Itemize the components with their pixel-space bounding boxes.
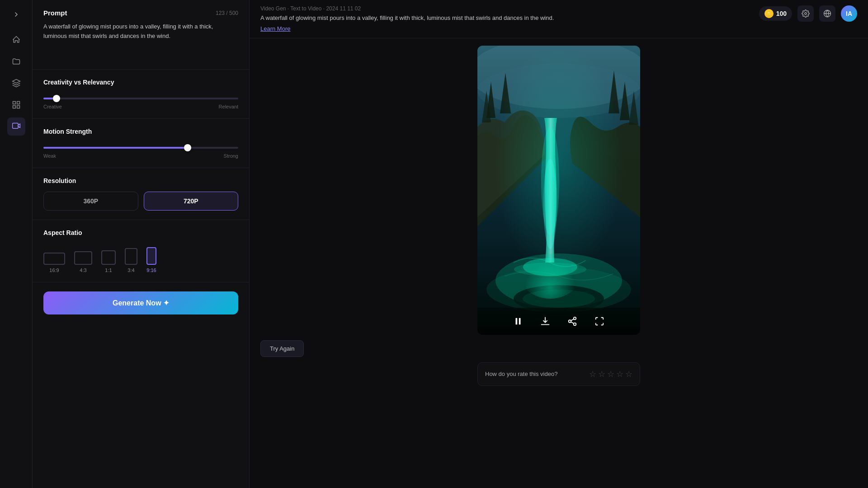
- aspect-box-3-4: [125, 248, 137, 265]
- aspect-1-1[interactable]: 1:1: [101, 250, 116, 273]
- fullscreen-button[interactable]: [591, 313, 608, 329]
- video-preview: [477, 46, 640, 335]
- sidebar-toggle[interactable]: [7, 5, 25, 23]
- star-rating: ☆ ☆ ☆ ☆ ☆: [589, 369, 632, 379]
- creativity-slider[interactable]: [43, 98, 238, 99]
- svg-rect-2: [13, 106, 15, 108]
- settings-button[interactable]: [797, 5, 814, 22]
- svg-rect-22: [519, 318, 521, 324]
- aspect-box-9-16: [146, 247, 156, 265]
- video-container: [477, 46, 640, 335]
- motion-right-label: Strong: [224, 153, 238, 159]
- svg-point-5: [805, 13, 807, 15]
- svg-rect-0: [13, 102, 15, 104]
- aspect-ratio-title: Aspect Ratio: [43, 229, 238, 236]
- resolution-buttons: 360P 720P: [43, 192, 238, 211]
- star-5[interactable]: ☆: [625, 369, 632, 379]
- sidebar-item-grid[interactable]: [7, 96, 25, 114]
- video-controls: [477, 308, 640, 335]
- pause-button[interactable]: [510, 313, 526, 329]
- aspect-label-3-4: 3:4: [127, 267, 134, 273]
- user-avatar[interactable]: IA: [841, 5, 857, 22]
- top-right-icons: 🪙 100 IA: [759, 5, 857, 22]
- star-3[interactable]: ☆: [607, 369, 614, 379]
- breadcrumb: Video Gen · Text to Video · 2024 11 11 0…: [260, 5, 752, 12]
- creativity-section: Creativity vs Relevancy Creative Relevan…: [33, 70, 249, 119]
- star-4[interactable]: ☆: [616, 369, 623, 379]
- right-area: Video Gen · Text to Video · 2024 11 11 0…: [250, 0, 868, 488]
- aspect-3-4[interactable]: 3:4: [125, 248, 137, 273]
- svg-rect-4: [12, 123, 18, 129]
- svg-point-25: [574, 323, 576, 325]
- sidebar-item-home[interactable]: [7, 31, 25, 49]
- aspect-box-16-9: [43, 253, 65, 265]
- prompt-header: Prompt 123 / 500: [43, 9, 238, 17]
- aspect-label-9-16: 9:16: [146, 267, 156, 273]
- top-bar-content: Video Gen · Text to Video · 2024 11 11 0…: [260, 5, 752, 33]
- resolution-section: Resolution 360P 720P: [33, 168, 249, 220]
- top-bar: Video Gen · Text to Video · 2024 11 11 0…: [250, 0, 868, 38]
- sidebar-item-video-gen[interactable]: [7, 117, 25, 136]
- prompt-title: Prompt: [43, 9, 67, 17]
- motion-left-label: Weak: [43, 153, 56, 159]
- prompt-section: Prompt 123 / 500 A waterfall of glowing …: [33, 0, 249, 70]
- aspect-4-3[interactable]: 4:3: [74, 251, 92, 273]
- resolution-360p[interactable]: 360P: [43, 192, 138, 211]
- video-description: A waterfall of glowing mist pours into a…: [260, 14, 752, 23]
- creativity-labels: Creative Relevant: [43, 104, 238, 109]
- share-button[interactable]: [564, 313, 580, 329]
- coin-count: 100: [776, 10, 787, 17]
- aspect-label-1-1: 1:1: [105, 267, 112, 273]
- prompt-count: 123 / 500: [216, 10, 238, 16]
- prompt-textarea[interactable]: A waterfall of glowing mist pours into a…: [43, 22, 238, 58]
- svg-rect-3: [17, 106, 19, 108]
- aspect-label-16-9: 16:9: [49, 267, 59, 273]
- aspect-9-16[interactable]: 9:16: [146, 247, 156, 273]
- generate-section: Generate Now ✦: [33, 282, 249, 324]
- generate-button[interactable]: Generate Now ✦: [43, 291, 238, 314]
- svg-point-23: [574, 317, 576, 319]
- svg-point-24: [569, 320, 571, 323]
- svg-rect-1: [17, 102, 19, 104]
- download-button[interactable]: [537, 313, 553, 329]
- coin-icon: 🪙: [764, 9, 774, 18]
- creativity-title: Creativity vs Relevancy: [43, 79, 238, 86]
- rating-section: How do you rate this video? ☆ ☆ ☆ ☆ ☆: [477, 362, 640, 386]
- resolution-title: Resolution: [43, 177, 238, 184]
- motion-slider[interactable]: [43, 147, 238, 149]
- motion-labels: Weak Strong: [43, 153, 238, 159]
- video-area: Try Again How do you rate this video? ☆ …: [250, 38, 868, 488]
- star-2[interactable]: ☆: [598, 369, 605, 379]
- motion-section: Motion Strength Weak Strong: [33, 119, 249, 168]
- sidebar-item-layers[interactable]: [7, 74, 25, 92]
- sidebar-item-folder[interactable]: [7, 52, 25, 70]
- svg-rect-21: [516, 318, 518, 324]
- coin-badge: 🪙 100: [759, 6, 792, 21]
- learn-more-link[interactable]: Learn More: [260, 25, 290, 32]
- aspect-box-1-1: [101, 250, 116, 265]
- star-1[interactable]: ☆: [589, 369, 596, 379]
- globe-button[interactable]: [819, 5, 835, 22]
- aspect-ratio-section: Aspect Ratio 16:9 4:3 1:1 3:4: [33, 220, 249, 282]
- svg-point-19: [514, 226, 586, 299]
- aspect-box-4-3: [74, 251, 92, 265]
- aspect-16-9[interactable]: 16:9: [43, 253, 65, 273]
- main-content: Prompt 123 / 500 A waterfall of glowing …: [33, 0, 868, 488]
- resolution-720p[interactable]: 720P: [144, 192, 239, 211]
- aspect-options: 16:9 4:3 1:1 3:4 9:16: [43, 244, 238, 273]
- try-again-button[interactable]: Try Again: [260, 340, 304, 357]
- motion-title: Motion Strength: [43, 128, 238, 135]
- creativity-right-label: Relevant: [219, 104, 238, 109]
- left-panel: Prompt 123 / 500 A waterfall of glowing …: [33, 0, 250, 488]
- sidebar: [0, 0, 33, 488]
- creativity-left-label: Creative: [43, 104, 62, 109]
- aspect-label-4-3: 4:3: [80, 267, 86, 273]
- rating-text: How do you rate this video?: [485, 371, 582, 377]
